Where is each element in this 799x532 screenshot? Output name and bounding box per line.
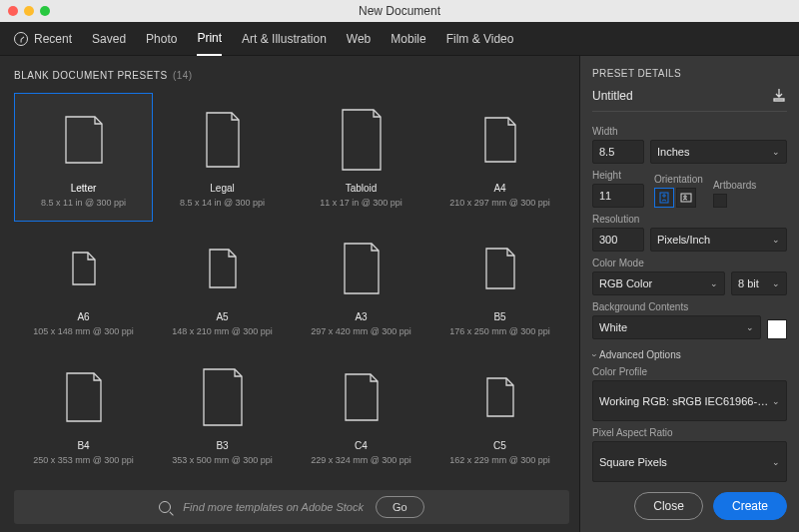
preset-dimensions: 210 x 297 mm @ 300 ppi	[449, 198, 550, 208]
preset-card-a4[interactable]: A4210 x 297 mm @ 300 ppi	[430, 93, 569, 222]
close-button[interactable]: Close	[634, 492, 703, 520]
preset-name: Tabloid	[346, 183, 378, 194]
resolution-input[interactable]	[592, 228, 644, 252]
page-icon	[486, 358, 514, 436]
preset-name: C5	[493, 440, 506, 451]
page-icon	[72, 230, 96, 307]
tab-film-video[interactable]: Film & Video	[446, 23, 514, 55]
preset-card-tabloid[interactable]: Tabloid11 x 17 in @ 300 ppi	[292, 93, 430, 222]
page-icon	[65, 101, 103, 179]
preset-dimensions: 105 x 148 mm @ 300 ppi	[33, 326, 134, 336]
preset-name: C4	[355, 440, 368, 451]
resolution-unit-select[interactable]: Pixels/Inch⌄	[650, 228, 787, 252]
presets-heading: BLANK DOCUMENT PRESETS (14)	[14, 70, 569, 81]
width-label: Width	[592, 126, 787, 137]
orientation-label: Orientation	[654, 174, 703, 185]
resolution-label: Resolution	[592, 214, 787, 225]
tab-web[interactable]: Web	[347, 23, 371, 55]
color-mode-value: RGB Color	[599, 277, 652, 289]
page-icon	[66, 358, 102, 436]
preset-dimensions: 250 x 353 mm @ 300 ppi	[33, 455, 134, 465]
preset-card-b3[interactable]: B3353 x 500 mm @ 300 ppi	[153, 350, 292, 479]
tab-print[interactable]: Print	[197, 22, 222, 56]
unit-select[interactable]: Inches⌄	[650, 140, 787, 164]
clock-icon	[14, 32, 28, 46]
bit-depth-select[interactable]: 8 bit⌄	[731, 271, 787, 295]
preset-gallery: BLANK DOCUMENT PRESETS (14) Letter8.5 x …	[0, 56, 579, 532]
advanced-options-toggle[interactable]: ›Advanced Options	[592, 349, 787, 360]
stock-search-input[interactable]: Find more templates on Adobe Stock	[183, 501, 364, 513]
height-input[interactable]	[592, 184, 644, 208]
preset-card-a3[interactable]: A3297 x 420 mm @ 300 ppi	[292, 222, 430, 350]
search-icon	[159, 501, 171, 513]
tab-photo[interactable]: Photo	[146, 23, 177, 55]
category-tabs: RecentSavedPhotoPrintArt & IllustrationW…	[0, 22, 799, 56]
tab-mobile[interactable]: Mobile	[391, 23, 425, 55]
presets-heading-text: BLANK DOCUMENT PRESETS	[14, 70, 168, 81]
unit-value: Inches	[657, 146, 689, 158]
background-swatch[interactable]	[767, 319, 787, 339]
preset-card-a6[interactable]: A6105 x 148 mm @ 300 ppi	[14, 222, 153, 350]
svg-point-1	[663, 195, 665, 197]
tab-saved[interactable]: Saved	[92, 23, 126, 55]
preset-dimensions: 176 x 250 mm @ 300 ppi	[449, 326, 550, 336]
page-icon	[345, 358, 379, 436]
preset-name: B5	[493, 311, 505, 322]
preset-name: A5	[216, 311, 228, 322]
stock-go-button[interactable]: Go	[376, 496, 424, 518]
preset-card-legal[interactable]: Legal8.5 x 14 in @ 300 ppi	[153, 93, 292, 222]
pixel-aspect-select[interactable]: Square Pixels⌄	[592, 441, 787, 482]
preset-name: Legal	[210, 183, 234, 194]
svg-point-3	[684, 196, 686, 198]
preset-name: B3	[216, 440, 228, 451]
color-profile-label: Color Profile	[592, 366, 787, 377]
color-profile-select[interactable]: Working RGB: sRGB IEC61966-2.1⌄	[592, 380, 787, 421]
preset-dimensions: 148 x 210 mm @ 300 ppi	[172, 326, 273, 336]
pixel-aspect-label: Pixel Aspect Ratio	[592, 427, 787, 438]
tab-recent[interactable]: Recent	[14, 23, 72, 55]
page-icon	[342, 101, 382, 179]
stock-search-bar: Find more templates on Adobe Stock Go	[14, 490, 569, 524]
page-icon	[206, 101, 240, 179]
preset-dimensions: 162 x 229 mm @ 300 ppi	[449, 455, 550, 465]
preset-card-b5[interactable]: B5176 x 250 mm @ 300 ppi	[430, 222, 569, 350]
create-button[interactable]: Create	[713, 492, 787, 520]
page-icon	[209, 230, 237, 307]
presets-count: (14)	[173, 70, 193, 81]
preset-dimensions: 229 x 324 mm @ 300 ppi	[311, 455, 411, 465]
height-label: Height	[592, 170, 644, 181]
save-preset-icon[interactable]	[771, 87, 787, 105]
preset-card-c5[interactable]: C5162 x 229 mm @ 300 ppi	[430, 350, 569, 479]
artboards-checkbox[interactable]	[713, 194, 727, 208]
background-value: White	[599, 321, 627, 333]
bit-depth-value: 8 bit	[738, 277, 759, 289]
document-name-input[interactable]	[592, 89, 763, 103]
page-icon	[485, 230, 515, 307]
preset-name: A3	[355, 311, 367, 322]
chevron-down-icon: ›	[589, 354, 599, 357]
window-title: New Document	[0, 4, 799, 18]
preset-dimensions: 353 x 500 mm @ 300 ppi	[172, 455, 273, 465]
preset-name: A4	[493, 183, 505, 194]
preset-details-panel: PRESET DETAILS Width Inches⌄ Height Orie…	[579, 56, 799, 532]
preset-dimensions: 297 x 420 mm @ 300 ppi	[311, 326, 411, 336]
preset-name: B4	[77, 440, 89, 451]
tab-art-illustration[interactable]: Art & Illustration	[242, 23, 327, 55]
background-select[interactable]: White⌄	[592, 315, 761, 339]
background-label: Background Contents	[592, 301, 787, 312]
preset-card-b4[interactable]: B4250 x 353 mm @ 300 ppi	[14, 350, 153, 479]
preset-name: Letter	[71, 183, 97, 194]
orientation-portrait-button[interactable]	[654, 188, 674, 208]
orientation-landscape-button[interactable]	[676, 188, 696, 208]
preset-card-c4[interactable]: C4229 x 324 mm @ 300 ppi	[292, 350, 430, 479]
width-input[interactable]	[592, 140, 644, 164]
page-icon	[203, 358, 243, 436]
preset-dimensions: 8.5 x 11 in @ 300 ppi	[41, 198, 126, 208]
page-icon	[344, 230, 380, 307]
preset-details-heading: PRESET DETAILS	[592, 68, 787, 79]
preset-card-letter[interactable]: Letter8.5 x 11 in @ 300 ppi	[14, 93, 153, 222]
artboards-label: Artboards	[713, 180, 756, 191]
color-mode-select[interactable]: RGB Color⌄	[592, 271, 725, 295]
preset-card-a5[interactable]: A5148 x 210 mm @ 300 ppi	[153, 222, 292, 350]
titlebar: New Document	[0, 0, 799, 22]
